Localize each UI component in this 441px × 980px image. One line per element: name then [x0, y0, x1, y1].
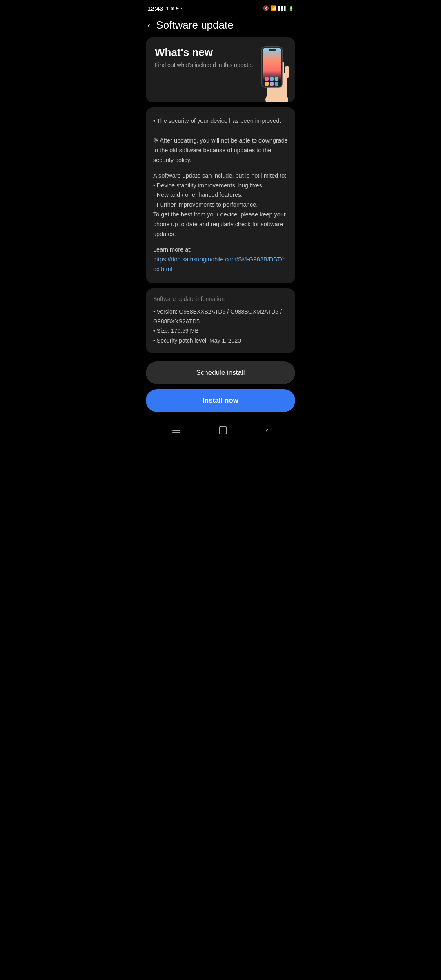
svg-rect-8	[269, 49, 276, 51]
update-intro: A software update can include, but is no…	[153, 172, 286, 179]
svg-rect-12	[265, 82, 269, 86]
svg-rect-5	[285, 66, 289, 78]
description-card: • The security of your device has been i…	[146, 107, 295, 283]
status-time: 12:43	[147, 5, 163, 12]
update-item3: - Further improvements to performance.	[153, 201, 258, 208]
version-label: • Version: G988BXXS2ATD5 / G988BOXM2ATD5…	[153, 308, 282, 325]
security-bullet: • The security of your device has been i…	[153, 118, 281, 124]
info-text: • Version: G988BXXS2ATD5 / G988BOXM2ATD5…	[153, 307, 288, 346]
home-button[interactable]	[219, 426, 227, 434]
main-content: What's new Find out what's included in t…	[141, 37, 300, 353]
back-nav-button[interactable]: ‹	[266, 425, 269, 436]
whats-new-card: What's new Find out what's included in t…	[146, 37, 295, 102]
settings-icon: ⚙	[171, 6, 174, 11]
play-icon: ▶	[176, 6, 179, 10]
svg-rect-9	[265, 77, 269, 81]
wifi-icon: 📶	[271, 5, 277, 11]
bottom-nav: ‹	[141, 420, 300, 444]
upload-icon: ⬆	[165, 6, 169, 11]
buttons-container: Schedule install Install now	[141, 361, 300, 412]
svg-rect-14	[275, 82, 278, 86]
security-patch-label: • Security patch level: May 1, 2020	[153, 337, 241, 344]
battery-icon: 🔋	[289, 6, 294, 11]
learn-more-label: Learn more at:	[153, 246, 192, 253]
update-item1: - Device stability improvements, bug fix…	[153, 182, 264, 189]
update-tip: To get the best from your device, please…	[153, 211, 286, 237]
description-text: • The security of your device has been i…	[153, 116, 288, 274]
back-button[interactable]: ‹	[147, 21, 150, 30]
svg-rect-11	[275, 77, 278, 81]
status-bar: 12:43 ⬆ ⚙ ▶ · 🔇 📶 ▌▌▌ 🔋	[141, 0, 300, 15]
update-info-card: Software update information • Version: G…	[146, 288, 295, 353]
install-now-button[interactable]: Install now	[146, 389, 295, 412]
dot-icon: ·	[180, 7, 183, 10]
signal-icon: ▌▌▌	[278, 6, 287, 11]
svg-rect-10	[270, 77, 274, 81]
page-header: ‹ Software update	[141, 15, 300, 37]
learn-more-link[interactable]: https://doc.samsungmobile.com/SM-G988B/D…	[153, 256, 286, 272]
page-title: Software update	[156, 19, 233, 31]
update-item2: - New and / or enhanced features.	[153, 192, 243, 198]
downgrade-warning: ※ After updating, you will not be able t…	[153, 137, 288, 163]
size-label: • Size: 170.59 MB	[153, 327, 199, 334]
mute-icon: 🔇	[263, 5, 269, 11]
info-section-title: Software update information	[153, 296, 288, 302]
recent-apps-button[interactable]	[172, 428, 180, 433]
schedule-install-button[interactable]: Schedule install	[146, 361, 295, 384]
phone-illustration	[254, 40, 291, 102]
svg-rect-13	[270, 82, 274, 86]
